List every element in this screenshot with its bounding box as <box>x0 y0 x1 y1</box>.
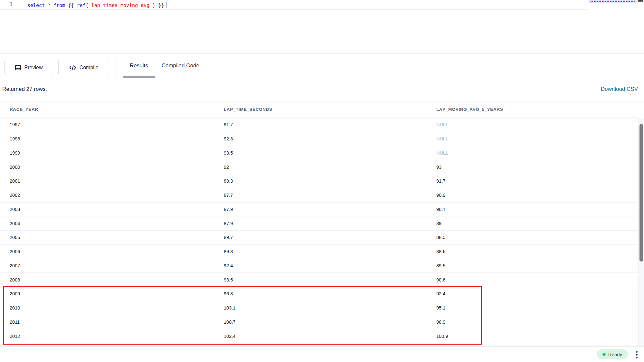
table-cell: 90.9 <box>427 193 638 198</box>
table-row: 200387.990.1 <box>0 203 638 217</box>
table-cell: 1998 <box>0 136 214 141</box>
toolbar-divider <box>116 54 116 78</box>
code-token: * <box>48 3 51 8</box>
table-row: 199791.7NULL <box>0 118 638 132</box>
code-token: 'lap_times_moving_avg' <box>89 3 153 8</box>
table-cell: 92 <box>214 165 427 170</box>
table-row: 199993.5NULL <box>0 146 638 160</box>
vertical-scrollbar-thumb[interactable] <box>639 124 643 262</box>
code-token <box>51 3 53 8</box>
code-token: ref <box>77 3 86 8</box>
tab-results[interactable]: Results <box>123 54 155 78</box>
table-cell: 89.5 <box>427 263 638 268</box>
table-row: 200589.788.5 <box>0 231 638 245</box>
table-cell: 1999 <box>0 150 214 156</box>
table-cell: NULL <box>427 122 638 127</box>
table-cell: 87.7 <box>214 193 427 198</box>
table-row: 200792.489.5 <box>0 259 638 273</box>
table-row: 200189.391.7 <box>0 174 638 188</box>
tab-compiled-code[interactable]: Compiled Code <box>155 54 206 78</box>
table-cell: 2006 <box>0 249 214 254</box>
table-row: 200487.989 <box>0 216 638 231</box>
table-row: 200893.590.6 <box>0 273 638 287</box>
status-badge-label: Ready <box>608 352 622 357</box>
table-cell: 2005 <box>0 235 214 240</box>
table-cell: 93 <box>427 165 638 170</box>
table-cell: 1997 <box>0 122 214 127</box>
column-header: LAP_TIME_SECONDS <box>214 101 427 118</box>
status-bar: Ready <box>0 347 644 362</box>
sql-editor[interactable]: 1 select * from {{ ref('lap_times_moving… <box>0 0 644 53</box>
table-row: 200287.790.9 <box>0 188 638 203</box>
code-token: {{ <box>65 3 77 8</box>
table-cell: 88.5 <box>427 235 638 240</box>
code-token: ( <box>86 3 89 8</box>
table-row: 199892.3NULL <box>0 132 638 146</box>
table-cell: 89.3 <box>214 178 427 184</box>
table-grid-icon <box>15 64 21 71</box>
code-brackets-icon <box>69 64 76 71</box>
column-header: RACE_YEAR <box>0 101 214 118</box>
code-tokens: select * from {{ ref('lap_times_moving_a… <box>27 3 164 8</box>
table-cell: 93.5 <box>214 150 427 156</box>
download-csv-link[interactable]: Download CSV <box>601 86 638 92</box>
table-cell: 90.6 <box>427 277 638 282</box>
table-cell: 89 <box>427 221 638 226</box>
status-bar-divider <box>592 347 592 362</box>
table-cell: 2001 <box>0 178 214 184</box>
table-cell: 2003 <box>0 207 214 212</box>
column-header: LAP_MOVING_AVG_5_YEARS <box>427 101 638 118</box>
ready-dot-icon <box>602 353 606 356</box>
table-header: RACE_YEARLAP_TIME_SECONDSLAP_MOVING_AVG_… <box>0 101 638 118</box>
results-info-bar: Returned 27 rows. Download CSV <box>0 78 644 101</box>
line-number: 1 <box>10 2 19 7</box>
vertical-scrollbar-track[interactable] <box>638 118 644 346</box>
table-cell: 87.9 <box>214 207 427 212</box>
table-cell: 88.6 <box>427 249 638 254</box>
compile-button[interactable]: Compile <box>58 60 109 75</box>
table-cell: 91.7 <box>427 178 638 184</box>
preview-button[interactable]: Preview <box>4 60 53 75</box>
red-highlight-box <box>3 286 482 345</box>
app-window: 1 select * from {{ ref('lap_times_moving… <box>0 0 644 362</box>
table-cell: 90.1 <box>427 207 638 212</box>
row-count-text: Returned 27 rows. <box>2 86 47 92</box>
compile-button-label: Compile <box>80 65 99 71</box>
results-toolbar: Preview Compile Results Compiled Code <box>0 53 644 78</box>
preview-button-label: Preview <box>24 65 43 71</box>
table-cell: 92.4 <box>214 263 427 268</box>
code-token: from <box>53 3 65 8</box>
table-cell: 93.5 <box>214 277 427 282</box>
table-row: 20009293 <box>0 160 638 174</box>
minimap-slider[interactable] <box>638 0 643 2</box>
code-token <box>45 3 48 8</box>
table-cell: 92.3 <box>214 136 427 141</box>
table-cell: 89.7 <box>214 235 427 240</box>
results-tabs: Results Compiled Code <box>123 54 206 78</box>
table-cell: 2004 <box>0 221 214 226</box>
table-cell: 2008 <box>0 277 214 282</box>
table-cell: 91.7 <box>214 122 427 127</box>
table-cell: 89.8 <box>214 249 427 254</box>
table-cell: NULL <box>427 150 638 156</box>
code-token: }} <box>155 3 164 8</box>
code-line[interactable]: select * from {{ ref('lap_times_moving_a… <box>27 2 166 8</box>
text-cursor <box>166 2 166 8</box>
table-cell: 87.9 <box>214 221 427 226</box>
table-cell: 2002 <box>0 193 214 198</box>
code-token: select <box>27 3 45 8</box>
status-badge: Ready <box>597 349 628 359</box>
minimap-code-line <box>591 1 636 2</box>
table-cell: NULL <box>427 136 638 141</box>
table-row: 200689.888.6 <box>0 245 638 259</box>
kebab-menu-icon[interactable] <box>634 349 639 360</box>
editor-minimap[interactable] <box>589 0 638 3</box>
table-cell: 2000 <box>0 165 214 170</box>
table-cell: 2007 <box>0 263 214 268</box>
